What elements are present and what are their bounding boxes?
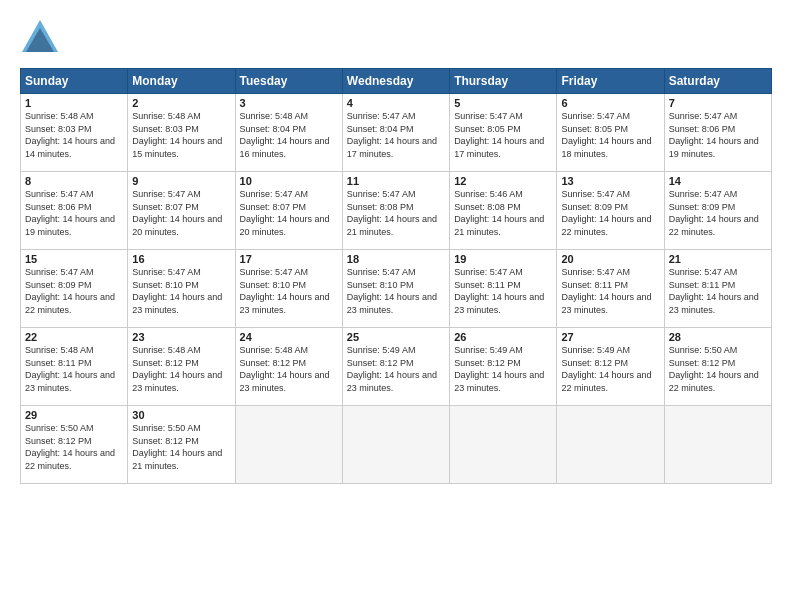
cell-info: Sunrise: 5:47 AMSunset: 8:06 PMDaylight:… [25,189,115,237]
day-number: 26 [454,331,552,343]
table-row: 3Sunrise: 5:48 AMSunset: 8:04 PMDaylight… [235,94,342,172]
table-row [342,406,449,484]
cell-info: Sunrise: 5:47 AMSunset: 8:07 PMDaylight:… [240,189,330,237]
table-row: 14Sunrise: 5:47 AMSunset: 8:09 PMDayligh… [664,172,771,250]
day-number: 13 [561,175,659,187]
day-number: 30 [132,409,230,421]
table-row: 8Sunrise: 5:47 AMSunset: 8:06 PMDaylight… [21,172,128,250]
day-number: 19 [454,253,552,265]
day-number: 27 [561,331,659,343]
table-row: 17Sunrise: 5:47 AMSunset: 8:10 PMDayligh… [235,250,342,328]
cell-info: Sunrise: 5:47 AMSunset: 8:08 PMDaylight:… [347,189,437,237]
cell-info: Sunrise: 5:47 AMSunset: 8:10 PMDaylight:… [132,267,222,315]
cell-info: Sunrise: 5:47 AMSunset: 8:09 PMDaylight:… [561,189,651,237]
table-row: 15Sunrise: 5:47 AMSunset: 8:09 PMDayligh… [21,250,128,328]
table-row [664,406,771,484]
table-row: 7Sunrise: 5:47 AMSunset: 8:06 PMDaylight… [664,94,771,172]
table-row: 23Sunrise: 5:48 AMSunset: 8:12 PMDayligh… [128,328,235,406]
day-number: 21 [669,253,767,265]
table-row: 29Sunrise: 5:50 AMSunset: 8:12 PMDayligh… [21,406,128,484]
day-number: 9 [132,175,230,187]
day-number: 11 [347,175,445,187]
col-wednesday: Wednesday [342,69,449,94]
day-number: 6 [561,97,659,109]
table-row: 19Sunrise: 5:47 AMSunset: 8:11 PMDayligh… [450,250,557,328]
cell-info: Sunrise: 5:47 AMSunset: 8:09 PMDaylight:… [25,267,115,315]
table-row: 27Sunrise: 5:49 AMSunset: 8:12 PMDayligh… [557,328,664,406]
day-number: 16 [132,253,230,265]
table-row: 21Sunrise: 5:47 AMSunset: 8:11 PMDayligh… [664,250,771,328]
cell-info: Sunrise: 5:47 AMSunset: 8:10 PMDaylight:… [240,267,330,315]
day-number: 4 [347,97,445,109]
table-row: 6Sunrise: 5:47 AMSunset: 8:05 PMDaylight… [557,94,664,172]
cell-info: Sunrise: 5:50 AMSunset: 8:12 PMDaylight:… [132,423,222,471]
cell-info: Sunrise: 5:49 AMSunset: 8:12 PMDaylight:… [561,345,651,393]
table-row: 16Sunrise: 5:47 AMSunset: 8:10 PMDayligh… [128,250,235,328]
day-number: 12 [454,175,552,187]
table-row: 11Sunrise: 5:47 AMSunset: 8:08 PMDayligh… [342,172,449,250]
table-row: 4Sunrise: 5:47 AMSunset: 8:04 PMDaylight… [342,94,449,172]
logo [20,18,64,58]
table-row: 13Sunrise: 5:47 AMSunset: 8:09 PMDayligh… [557,172,664,250]
page: Sunday Monday Tuesday Wednesday Thursday… [0,0,792,612]
calendar-table: Sunday Monday Tuesday Wednesday Thursday… [20,68,772,484]
day-number: 10 [240,175,338,187]
day-number: 29 [25,409,123,421]
table-row [235,406,342,484]
header [20,18,772,58]
calendar-row: 15Sunrise: 5:47 AMSunset: 8:09 PMDayligh… [21,250,772,328]
cell-info: Sunrise: 5:50 AMSunset: 8:12 PMDaylight:… [669,345,759,393]
table-row: 12Sunrise: 5:46 AMSunset: 8:08 PMDayligh… [450,172,557,250]
col-tuesday: Tuesday [235,69,342,94]
col-friday: Friday [557,69,664,94]
cell-info: Sunrise: 5:48 AMSunset: 8:12 PMDaylight:… [132,345,222,393]
cell-info: Sunrise: 5:46 AMSunset: 8:08 PMDaylight:… [454,189,544,237]
table-row [557,406,664,484]
col-thursday: Thursday [450,69,557,94]
table-row: 30Sunrise: 5:50 AMSunset: 8:12 PMDayligh… [128,406,235,484]
cell-info: Sunrise: 5:47 AMSunset: 8:05 PMDaylight:… [454,111,544,159]
cell-info: Sunrise: 5:47 AMSunset: 8:06 PMDaylight:… [669,111,759,159]
table-row: 20Sunrise: 5:47 AMSunset: 8:11 PMDayligh… [557,250,664,328]
day-number: 17 [240,253,338,265]
table-row: 25Sunrise: 5:49 AMSunset: 8:12 PMDayligh… [342,328,449,406]
table-row: 24Sunrise: 5:48 AMSunset: 8:12 PMDayligh… [235,328,342,406]
calendar-row: 1Sunrise: 5:48 AMSunset: 8:03 PMDaylight… [21,94,772,172]
cell-info: Sunrise: 5:48 AMSunset: 8:03 PMDaylight:… [132,111,222,159]
day-number: 1 [25,97,123,109]
day-number: 18 [347,253,445,265]
cell-info: Sunrise: 5:47 AMSunset: 8:05 PMDaylight:… [561,111,651,159]
calendar-row: 8Sunrise: 5:47 AMSunset: 8:06 PMDaylight… [21,172,772,250]
day-number: 15 [25,253,123,265]
calendar-row: 22Sunrise: 5:48 AMSunset: 8:11 PMDayligh… [21,328,772,406]
table-row: 1Sunrise: 5:48 AMSunset: 8:03 PMDaylight… [21,94,128,172]
col-sunday: Sunday [21,69,128,94]
cell-info: Sunrise: 5:47 AMSunset: 8:11 PMDaylight:… [669,267,759,315]
table-row: 5Sunrise: 5:47 AMSunset: 8:05 PMDaylight… [450,94,557,172]
table-row: 28Sunrise: 5:50 AMSunset: 8:12 PMDayligh… [664,328,771,406]
day-number: 22 [25,331,123,343]
day-number: 20 [561,253,659,265]
cell-info: Sunrise: 5:49 AMSunset: 8:12 PMDaylight:… [454,345,544,393]
table-row: 18Sunrise: 5:47 AMSunset: 8:10 PMDayligh… [342,250,449,328]
col-monday: Monday [128,69,235,94]
table-row: 2Sunrise: 5:48 AMSunset: 8:03 PMDaylight… [128,94,235,172]
day-number: 3 [240,97,338,109]
day-number: 5 [454,97,552,109]
cell-info: Sunrise: 5:47 AMSunset: 8:09 PMDaylight:… [669,189,759,237]
table-row: 26Sunrise: 5:49 AMSunset: 8:12 PMDayligh… [450,328,557,406]
cell-info: Sunrise: 5:48 AMSunset: 8:12 PMDaylight:… [240,345,330,393]
cell-info: Sunrise: 5:50 AMSunset: 8:12 PMDaylight:… [25,423,115,471]
cell-info: Sunrise: 5:47 AMSunset: 8:11 PMDaylight:… [454,267,544,315]
cell-info: Sunrise: 5:48 AMSunset: 8:11 PMDaylight:… [25,345,115,393]
cell-info: Sunrise: 5:47 AMSunset: 8:11 PMDaylight:… [561,267,651,315]
cell-info: Sunrise: 5:47 AMSunset: 8:07 PMDaylight:… [132,189,222,237]
cell-info: Sunrise: 5:48 AMSunset: 8:03 PMDaylight:… [25,111,115,159]
cell-info: Sunrise: 5:47 AMSunset: 8:04 PMDaylight:… [347,111,437,159]
day-number: 24 [240,331,338,343]
table-row: 22Sunrise: 5:48 AMSunset: 8:11 PMDayligh… [21,328,128,406]
day-number: 2 [132,97,230,109]
cell-info: Sunrise: 5:48 AMSunset: 8:04 PMDaylight:… [240,111,330,159]
day-number: 14 [669,175,767,187]
day-number: 25 [347,331,445,343]
